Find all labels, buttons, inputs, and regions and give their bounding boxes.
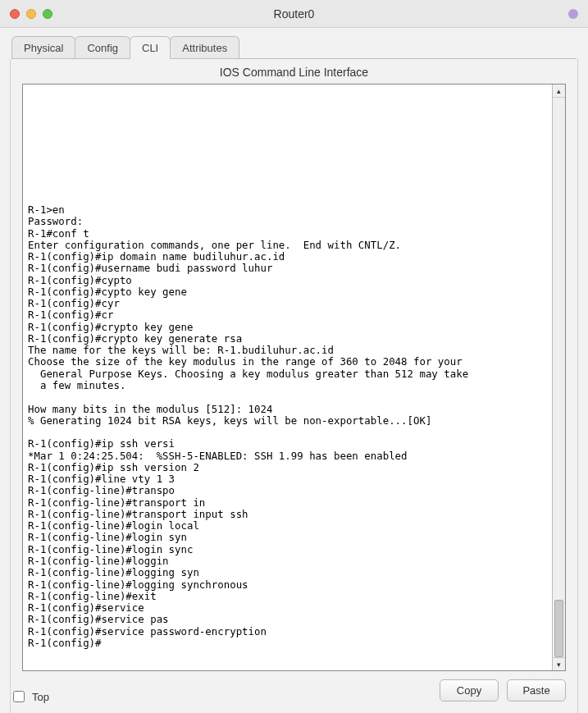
copy-button[interactable]: Copy <box>440 679 499 702</box>
window-controls <box>0 9 52 19</box>
paste-button[interactable]: Paste <box>507 679 566 702</box>
scroll-down-icon[interactable]: ▾ <box>553 657 565 670</box>
cli-button-row: Copy Paste <box>11 671 577 702</box>
tab-config[interactable]: Config <box>75 36 130 58</box>
tab-attributes[interactable]: Attributes <box>170 36 239 58</box>
minimize-icon[interactable] <box>26 9 36 19</box>
top-checkbox-label: Top <box>32 691 49 703</box>
scroll-thumb[interactable] <box>554 600 563 657</box>
tab-physical[interactable]: Physical <box>11 36 75 58</box>
tab-cli[interactable]: CLI <box>130 36 171 59</box>
terminal-scrollbar[interactable]: ▴ ▾ <box>552 85 565 670</box>
cli-output: R-1>en Password: R-1#conf t Enter config… <box>28 203 468 649</box>
window-title: Router0 <box>0 7 588 21</box>
maximize-icon[interactable] <box>43 9 52 19</box>
cli-terminal[interactable]: R-1>en Password: R-1#conf t Enter config… <box>23 85 552 670</box>
top-checkbox-row[interactable]: Top <box>10 688 49 705</box>
window-indicator-icon <box>568 9 578 19</box>
panel-caption: IOS Command Line Interface <box>11 59 577 84</box>
cli-panel: IOS Command Line Interface R-1>en Passwo… <box>10 59 578 713</box>
close-icon[interactable] <box>10 9 20 19</box>
scroll-track[interactable] <box>553 98 565 657</box>
top-checkbox[interactable] <box>13 691 25 702</box>
tab-bar: Physical Config CLI Attributes <box>0 28 588 58</box>
window-titlebar: Router0 <box>0 0 588 28</box>
terminal-container: R-1>en Password: R-1#conf t Enter config… <box>22 84 566 671</box>
scroll-up-icon[interactable]: ▴ <box>553 85 565 98</box>
